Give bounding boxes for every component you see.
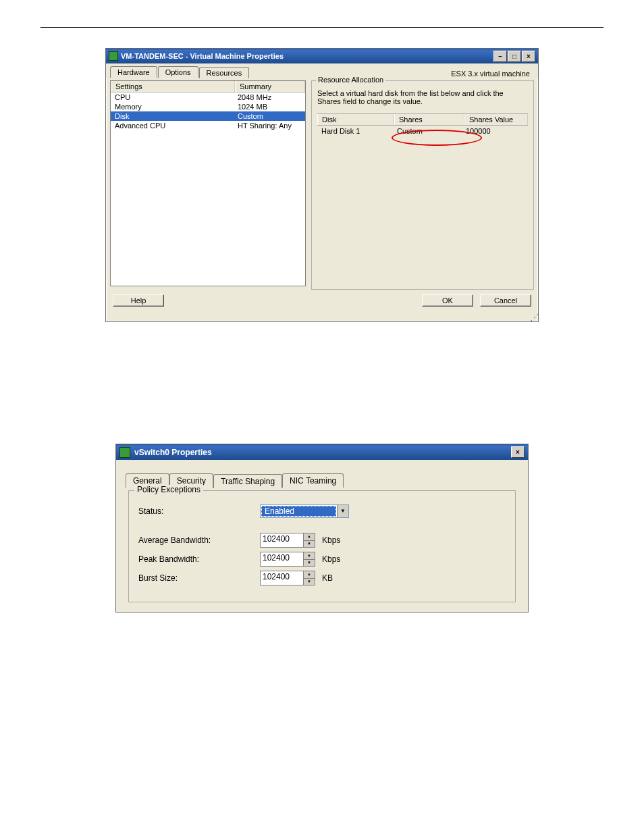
titlebar: vSwitch0 Properties × <box>116 444 528 460</box>
row-cpu[interactable]: CPU 2048 MHz <box>111 93 305 102</box>
close-button[interactable]: × <box>511 446 525 458</box>
cell-shares-value: 100000 <box>462 126 528 136</box>
spin-down-icon[interactable]: ▼ <box>304 541 315 548</box>
row-advanced-cpu[interactable]: Advanced CPU HT Sharing: Any <box>111 121 305 130</box>
spin-up-icon[interactable]: ▲ <box>304 552 315 560</box>
resize-grip[interactable]: ⋰ <box>106 315 538 321</box>
esx-version-label: ESX 3.x virtual machine <box>250 70 534 78</box>
policy-exceptions-group: Policy Exceptions Status: Enabled ▼ Aver… <box>128 490 516 602</box>
status-value: Enabled <box>261 506 336 517</box>
burst-size-label: Burst Size: <box>138 573 260 583</box>
spin-down-icon[interactable]: ▼ <box>304 579 315 585</box>
tab-traffic-shaping[interactable]: Traffic Shaping <box>213 474 282 488</box>
help-text: Select a virtual hard disk from the list… <box>317 89 528 105</box>
groupbox-legend: Policy Exceptions <box>134 485 203 494</box>
col-settings: Settings <box>111 81 235 92</box>
chevron-down-icon: ▼ <box>337 505 348 517</box>
spin-up-icon[interactable]: ▲ <box>304 571 315 579</box>
cell-shares: Custom <box>393 126 462 136</box>
burst-size-unit: KB <box>322 573 333 583</box>
status-dropdown[interactable]: Enabled ▼ <box>260 504 349 518</box>
row-disk[interactable]: Disk Custom <box>111 111 305 121</box>
minimize-button[interactable]: – <box>493 51 507 62</box>
cancel-button[interactable]: Cancel <box>480 294 531 307</box>
titlebar: VM-TANDEM-SEC - Virtual Machine Properti… <box>106 49 538 63</box>
tab-nic-teaming[interactable]: NIC Teaming <box>282 473 344 488</box>
col-disk: Disk <box>317 114 394 125</box>
vm-properties-dialog: VM-TANDEM-SEC - Virtual Machine Properti… <box>105 48 539 322</box>
burst-size-value: 102400 <box>261 571 303 585</box>
app-icon <box>109 51 118 61</box>
tab-options[interactable]: Options <box>158 66 198 78</box>
tab-hardware[interactable]: Hardware <box>110 66 157 78</box>
status-label: Status: <box>138 506 260 516</box>
cell-disk: Hard Disk 1 <box>317 126 393 136</box>
ok-button[interactable]: OK <box>422 294 473 307</box>
groupbox-legend: Resource Allocation <box>316 76 385 84</box>
col-shares-value: Shares Value <box>464 114 528 125</box>
app-icon <box>119 447 130 458</box>
window-title: VM-TANDEM-SEC - Virtual Machine Properti… <box>121 52 493 60</box>
col-shares: Shares <box>394 114 464 125</box>
settings-table: Settings Summary CPU 2048 MHz Memory 102… <box>110 80 306 286</box>
maximize-button[interactable]: □ <box>508 51 521 62</box>
close-button[interactable]: × <box>522 51 535 62</box>
row-memory[interactable]: Memory 1024 MB <box>111 102 305 111</box>
resource-allocation-group: Resource Allocation Select a virtual har… <box>311 80 534 290</box>
peak-bw-value: 102400 <box>261 552 303 566</box>
avg-bw-value: 102400 <box>261 533 303 547</box>
peak-bw-unit: Kbps <box>322 554 340 564</box>
spin-up-icon[interactable]: ▲ <box>304 533 315 541</box>
avg-bw-label: Average Bandwidth: <box>138 536 260 545</box>
avg-bw-spinner[interactable]: 102400 ▲▼ <box>260 533 315 548</box>
disk-row[interactable]: Hard Disk 1 Custom 100000 <box>317 126 528 136</box>
spin-down-icon[interactable]: ▼ <box>304 560 315 567</box>
help-button[interactable]: Help <box>113 294 164 307</box>
vswitch-properties-dialog: vSwitch0 Properties × General Security T… <box>115 444 529 613</box>
window-title: vSwitch0 Properties <box>134 448 511 457</box>
col-summary: Summary <box>235 81 305 92</box>
avg-bw-unit: Kbps <box>322 536 340 545</box>
burst-size-spinner[interactable]: 102400 ▲▼ <box>260 571 315 585</box>
peak-bw-spinner[interactable]: 102400 ▲▼ <box>260 552 315 567</box>
tab-resources[interactable]: Resources <box>199 67 250 78</box>
peak-bw-label: Peak Bandwidth: <box>138 554 260 564</box>
